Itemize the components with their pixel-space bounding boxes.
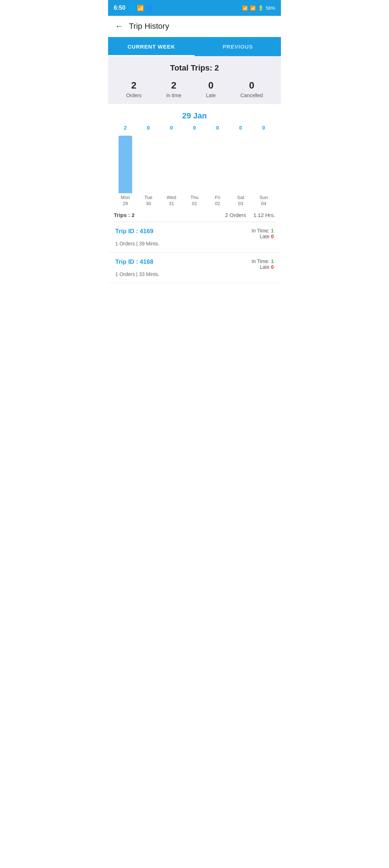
bar-wrap-thu	[188, 132, 201, 193]
stat-cancelled-label: Cancelled	[240, 92, 263, 98]
chart-col-mon: 2 Mon29	[114, 125, 137, 207]
bar-wrap-sun	[257, 132, 270, 193]
chart-col-sun: 0 Sun04	[252, 125, 275, 207]
stat-orders: 2 Orders	[126, 80, 142, 98]
stats-section: Total Trips: 2 2 Orders 2 In time 0 Late…	[108, 56, 281, 104]
chart-col-fri: 0 Fri02	[206, 125, 229, 207]
bar-wrap-wed	[165, 132, 178, 193]
back-button[interactable]: ←	[115, 22, 123, 31]
day-label-sun: Sun04	[259, 195, 268, 207]
bar-wrap-tue	[142, 132, 155, 193]
trips-summary: Trips : 2 2 Orders 1.12 Hrs.	[108, 207, 281, 222]
status-time: 6:50	[114, 5, 125, 11]
trips-count: Trips : 2	[114, 212, 135, 218]
late-val-0: 0	[271, 234, 274, 239]
day-label-sat: Sat03	[237, 195, 244, 207]
day-label-mon: Mon29	[121, 195, 130, 207]
total-trips: Total Trips: 2	[114, 63, 275, 73]
stat-cancelled-value: 0	[249, 80, 254, 91]
stat-orders-label: Orders	[126, 92, 142, 98]
chart-col-wed: 0 Wed31	[160, 125, 183, 207]
bar-value-sat: 0	[239, 125, 242, 131]
status-left: 6:50 🌐 📶 🌀	[114, 5, 153, 12]
stat-orders-value: 2	[131, 80, 136, 91]
stat-intime-value: 2	[171, 80, 176, 91]
day-label-fri: Fri02	[215, 195, 220, 207]
stat-intime: 2 In time	[166, 80, 181, 98]
chart-container: 2 Mon29 0 Tue30 0 Wed31 0 Thu01 0	[108, 124, 281, 207]
trip-id-0[interactable]: Trip ID : 4169	[115, 228, 153, 235]
signal-icon: 📶	[242, 5, 248, 11]
day-label-wed: Wed31	[167, 195, 176, 207]
bar-value-tue: 0	[147, 125, 150, 131]
intime-val-1: 1	[271, 258, 274, 264]
tab-previous[interactable]: PREVIOUS	[194, 37, 281, 56]
stats-row: 2 Orders 2 In time 0 Late 0 Cancelled	[114, 80, 275, 98]
tab-current-week[interactable]: CURRENT WEEK	[108, 37, 194, 56]
status-icons-right: 📶 📶 🔋 58%	[242, 5, 275, 11]
stat-late-label: Late	[206, 92, 216, 98]
bar-value-mon: 2	[124, 125, 127, 131]
bar-value-thu: 0	[193, 125, 196, 131]
status-icons-left: 🌐 📶 🌀	[128, 5, 153, 12]
trip-id-1[interactable]: Trip ID : 4168	[115, 258, 153, 266]
stat-intime-label: In time	[166, 92, 181, 98]
intime-val-0: 1	[271, 228, 274, 234]
trip-item-1[interactable]: Trip ID : 4168 In Time: 1 Late 0 1 Order…	[108, 253, 281, 283]
late-row-1: Late 0	[251, 264, 274, 270]
bar-wrap-fri	[211, 132, 224, 193]
chart-col-sat: 0 Sat03	[229, 125, 252, 207]
tab-bar: CURRENT WEEK PREVIOUS	[108, 37, 281, 56]
trips-meta: 2 Orders 1.12 Hrs.	[225, 212, 275, 218]
late-row-0: Late 0	[251, 234, 274, 239]
battery-icon: 🔋	[258, 5, 264, 11]
day-label-tue: Tue30	[144, 195, 152, 207]
trip-header-1: Trip ID : 4168 In Time: 1 Late 0	[115, 258, 274, 270]
stat-late-value: 0	[208, 80, 213, 91]
battery-percent: 58%	[266, 5, 275, 11]
intime-label-0: In Time:	[251, 228, 269, 234]
stat-late: 0 Late	[206, 80, 216, 98]
page-title: Trip History	[129, 22, 169, 31]
trip-time-info-0: In Time: 1 Late 0	[251, 228, 274, 239]
date-heading: 29 Jan	[108, 104, 281, 124]
bar-mon	[119, 136, 132, 193]
trip-list: Trip ID : 4169 In Time: 1 Late 0 1 Order…	[108, 222, 281, 283]
orders-meta: 2 Orders	[225, 212, 246, 218]
signal-icon-2: 📶	[250, 5, 256, 11]
trip-item-0[interactable]: Trip ID : 4169 In Time: 1 Late 0 1 Order…	[108, 222, 281, 253]
trip-meta-1: 1 Orders | 33 Mints.	[115, 271, 274, 277]
bar-value-wed: 0	[170, 125, 173, 131]
day-label-thu: Thu01	[191, 195, 198, 207]
bar-value-sun: 0	[262, 125, 265, 131]
chart-col-tue: 0 Tue30	[137, 125, 160, 207]
chart-col-thu: 0 Thu01	[183, 125, 206, 207]
chart-inner: 2 Mon29 0 Tue30 0 Wed31 0 Thu01 0	[114, 128, 275, 207]
bar-wrap-mon	[119, 132, 132, 193]
late-label-1: Late	[260, 264, 269, 270]
hours-meta: 1.12 Hrs.	[253, 212, 275, 218]
bar-wrap-sat	[234, 132, 247, 193]
bar-value-fri: 0	[216, 125, 219, 131]
intime-row-1: In Time: 1	[251, 258, 274, 264]
trip-header-0: Trip ID : 4169 In Time: 1 Late 0	[115, 228, 274, 239]
late-label-0: Late	[260, 234, 269, 239]
trip-time-info-1: In Time: 1 Late 0	[251, 258, 274, 270]
intime-label-1: In Time:	[251, 258, 269, 264]
stat-cancelled: 0 Cancelled	[240, 80, 263, 98]
intime-row-0: In Time: 1	[251, 228, 274, 234]
header: ← Trip History	[108, 16, 281, 37]
late-val-1: 0	[271, 264, 274, 270]
status-bar: 6:50 🌐 📶 🌀 📶 📶 🔋 58%	[108, 0, 281, 16]
trip-meta-0: 1 Orders | 39 Mints.	[115, 241, 274, 247]
